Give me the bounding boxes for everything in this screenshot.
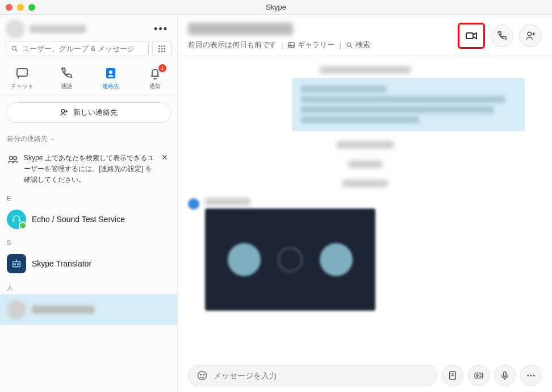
my-contacts-label: 自分の連絡先 [7, 134, 48, 144]
more-horizontal-icon [526, 370, 536, 381]
sidebar-tabs: チャット 通話 連絡先 1 通知 [0, 61, 177, 95]
svg-point-21 [18, 264, 19, 265]
more-options-button[interactable] [520, 365, 542, 386]
separator: | [339, 41, 341, 49]
svg-point-20 [14, 264, 15, 265]
minimize-window-button[interactable] [17, 4, 24, 11]
robot-icon [10, 257, 23, 270]
phone-icon [496, 30, 508, 41]
tab-notifications[interactable]: 1 通知 [133, 66, 177, 90]
date-separator [188, 140, 542, 151]
svg-point-4 [164, 45, 165, 47]
search-icon [346, 41, 353, 49]
svg-rect-27 [466, 33, 473, 39]
close-window-button[interactable] [6, 4, 12, 11]
svg-point-13 [109, 70, 112, 74]
sender-avatar [188, 198, 199, 210]
contacts-icon [104, 66, 118, 80]
chevron-down-icon [50, 136, 56, 142]
participant-avatar [228, 243, 261, 276]
svg-point-2 [158, 45, 160, 47]
outgoing-message [292, 78, 525, 131]
notice-text: Skype 上であなたを検索して表示できるユーザーを管理するには、[連絡先の設定… [24, 153, 154, 186]
svg-point-0 [12, 46, 16, 50]
me-avatar [6, 19, 25, 39]
tab-call[interactable]: 通話 [44, 66, 89, 90]
microphone-icon [500, 370, 510, 381]
zoom-window-button[interactable] [28, 4, 35, 11]
svg-point-18 [14, 156, 16, 160]
svg-point-46 [533, 375, 535, 377]
video-call-button[interactable] [465, 29, 478, 43]
separator: | [281, 41, 283, 49]
svg-point-10 [164, 51, 165, 52]
compose-box[interactable] [188, 365, 437, 386]
chat-header: 前回の表示は何日も前です | ギャラリー | 検索 [178, 15, 552, 56]
participant-avatar [320, 243, 353, 276]
svg-point-6 [161, 48, 163, 49]
svg-point-33 [200, 374, 202, 376]
voice-message-button[interactable] [494, 365, 516, 386]
video-call-preview[interactable] [205, 208, 375, 311]
gallery-label: ギャラリー [298, 40, 334, 50]
contact-translator-name: Skype Translator [32, 259, 91, 268]
gallery-link[interactable]: ギャラリー [287, 40, 334, 50]
svg-point-39 [476, 375, 478, 377]
new-contact-button[interactable]: 新しい連絡先 [6, 102, 172, 123]
system-message [320, 66, 411, 73]
svg-point-25 [347, 43, 351, 47]
titlebar: Skype [0, 0, 552, 15]
headset-icon [11, 214, 22, 225]
attach-file-button[interactable] [442, 365, 463, 386]
notice-close-button[interactable]: ✕ [159, 153, 170, 162]
incoming-video-message-row [188, 198, 542, 311]
tab-notifications-label: 通知 [149, 82, 161, 90]
avatar-echo [7, 210, 26, 229]
audio-call-button[interactable] [491, 24, 513, 47]
tab-call-label: 通話 [61, 82, 72, 90]
message-input[interactable] [214, 371, 429, 380]
card-icon [474, 370, 484, 381]
dialpad-button[interactable] [152, 41, 172, 56]
contact-echo-name: Echo / Sound Test Service [32, 215, 125, 224]
chat-title-area: 前回の表示は何日も前です | ギャラリー | 検索 [188, 23, 458, 50]
me-profile[interactable] [6, 19, 86, 39]
svg-point-5 [158, 48, 160, 49]
svg-point-17 [10, 156, 12, 160]
svg-point-7 [164, 48, 165, 49]
add-participant-button[interactable] [519, 24, 542, 47]
chat-search-link[interactable]: 検索 [346, 40, 370, 50]
emoji-icon[interactable] [196, 370, 208, 381]
search-icon [11, 45, 19, 53]
tab-chat[interactable]: チャット [0, 66, 44, 90]
chat-pane: 前回の表示は何日も前です | ギャラリー | 検索 [178, 15, 552, 392]
svg-point-8 [158, 51, 160, 52]
group-icon [7, 153, 19, 165]
tab-contacts[interactable]: 連絡先 [89, 66, 133, 90]
avatar-translator [7, 254, 26, 273]
file-icon [448, 370, 458, 381]
video-icon [465, 29, 478, 43]
svg-point-29 [528, 32, 532, 36]
add-contact-icon [60, 108, 69, 117]
chat-body[interactable] [178, 56, 552, 359]
more-menu-button[interactable]: ••• [150, 22, 172, 36]
my-contacts-header[interactable]: 自分の連絡先 [0, 130, 177, 148]
play-icon [278, 247, 303, 272]
gallery-icon [287, 41, 295, 49]
contact-echo[interactable]: Echo / Sound Test Service [0, 204, 177, 235]
avatar-person [7, 300, 26, 319]
letter-header-people: 人 [0, 279, 177, 294]
contact-selected-person[interactable] [0, 294, 177, 325]
letter-header-s: S [0, 235, 177, 248]
svg-point-9 [161, 51, 163, 52]
search-box[interactable] [6, 41, 149, 56]
info-separator [188, 179, 542, 189]
last-seen-text: 前回の表示は何日も前です [188, 40, 277, 50]
search-input[interactable] [22, 44, 144, 53]
contact-translator[interactable]: Skype Translator [0, 248, 177, 279]
sidebar-top-row: ••• [0, 15, 177, 41]
letter-header-e: E [0, 190, 177, 204]
contact-card-button[interactable] [468, 365, 490, 386]
app-frame: ••• チャット 通話 連絡先 [0, 15, 552, 392]
